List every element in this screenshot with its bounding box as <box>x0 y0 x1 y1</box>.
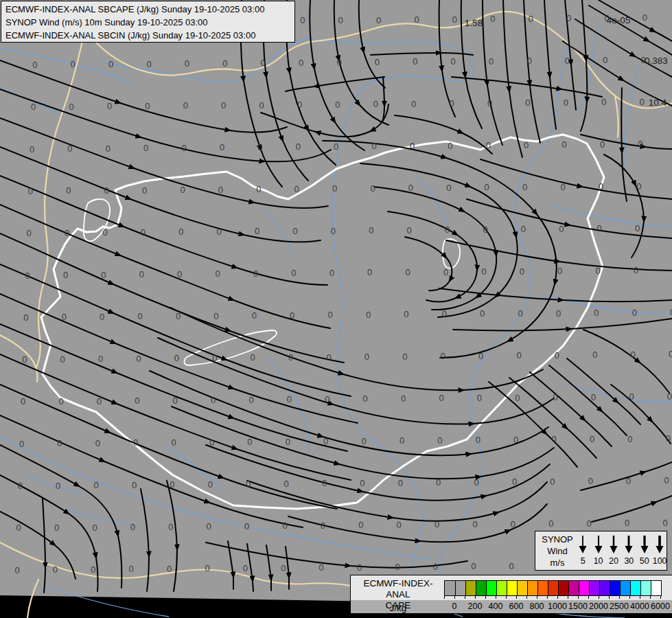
grid-value-label: 0 <box>183 100 188 111</box>
grid-value-label: 0 <box>481 266 486 277</box>
river <box>0 48 135 85</box>
down-arrow-icon <box>623 534 635 554</box>
grid-value-label: 0 <box>290 310 294 321</box>
cape-tick-mark <box>547 595 548 599</box>
grid-value-label: 0 <box>32 60 37 70</box>
grid-value-label: 0 <box>591 392 596 402</box>
river <box>0 437 432 560</box>
grid-value-label: 0 <box>319 562 324 573</box>
grid-value-label: 0 <box>398 478 403 488</box>
grid-value-label: 0 <box>529 14 533 24</box>
cape-tick-value: 1000 <box>548 602 567 611</box>
rivers-layer <box>0 26 672 618</box>
grid-value-label: 0 <box>213 311 218 321</box>
grid-value-label: 0 <box>67 144 72 154</box>
grid-value-label: 0 <box>526 56 531 66</box>
grid-value-label: 0 <box>323 436 328 446</box>
grid-value-label: 0 <box>631 350 636 360</box>
cape-tick-mark <box>588 595 589 599</box>
grid-value-label: 0 <box>452 14 457 25</box>
grid-value-label: 0 <box>286 437 290 447</box>
grid-value-label: 0 <box>58 396 63 407</box>
grid-value-label: 0 <box>108 59 113 69</box>
cape-tick-value: 200 <box>468 602 483 611</box>
down-arrow-icon <box>577 534 589 554</box>
grid-value-label: 0 <box>170 479 174 490</box>
grid-value-label: 0 <box>296 141 301 152</box>
grid-value-label: 0 <box>98 354 103 364</box>
grid-value-label: 0 <box>142 185 147 196</box>
cape-tick-value: 4000 <box>630 602 649 611</box>
wind-streamlines-layer <box>0 0 672 593</box>
grid-value-label: 0 <box>338 15 343 25</box>
wind-streamline <box>0 233 344 363</box>
grid-value-label: 0 <box>626 476 631 486</box>
hungary-border-layer <box>41 135 604 509</box>
grid-value-label: 0 <box>603 55 607 65</box>
grid-value-label: 0 <box>132 480 137 490</box>
grid-value-label: 0 <box>511 519 515 529</box>
grid-value-label: 0 <box>553 392 558 402</box>
down-arrow-head <box>594 546 602 553</box>
grid-value-label: 0 <box>413 56 417 67</box>
title-line-sbcape: ECMWF-INDEX-ANAL SBCAPE (J/kg) Sunday 19… <box>5 3 290 16</box>
grid-value-label: 0 <box>57 438 62 448</box>
cape-tick-value: 0 <box>452 602 457 611</box>
grid-value-label: 0 <box>516 350 521 360</box>
river <box>553 206 672 227</box>
wind-streamline <box>581 135 672 149</box>
cape-tick-mark <box>568 595 568 599</box>
grid-value-label: 0 <box>129 564 134 574</box>
wind-streamline <box>563 41 672 106</box>
wind-legend-source-label: SYNOP <box>540 534 575 545</box>
cape-tick-value: 2000 <box>589 602 608 611</box>
grid-value-label: 0 <box>143 143 148 153</box>
wind-streamline <box>489 382 577 467</box>
wind-arrow-row <box>575 534 667 554</box>
title-box: ECMWF-INDEX-ANAL SBCAPE (J/kg) Sunday 19… <box>1 1 295 43</box>
wind-streamline <box>439 288 672 301</box>
grid-value-label: 0 <box>664 475 669 485</box>
cape-tick-value: 2500 <box>610 602 629 611</box>
grid-value-label: 0 <box>21 396 25 407</box>
grid-value-label: 0 <box>173 396 178 406</box>
cape-color-cell <box>558 581 568 595</box>
grid-value-label: 0 <box>472 519 477 529</box>
grid-value-label: 0 <box>283 479 288 489</box>
down-arrow-head <box>640 546 648 553</box>
grid-value-label: 0 <box>666 433 671 444</box>
grid-value-label: 0 <box>92 523 97 533</box>
grid-value-label: 0 <box>366 310 371 320</box>
grid-value-label: 0 <box>642 12 647 23</box>
cape-color-cell <box>620 581 630 595</box>
grid-value-label: 0 <box>257 142 262 152</box>
wind-streamline <box>388 211 477 301</box>
grid-value-label: 0 <box>259 100 264 111</box>
grid-value-label: 0 <box>638 139 642 149</box>
grid-value-label: 0 <box>102 227 107 238</box>
cape-color-cell <box>445 581 455 595</box>
grid-value-label: 0 <box>515 393 520 403</box>
wind-speed-value: 50 <box>637 556 652 566</box>
grid-values-layer: 0000000000000000000000000000000000000000… <box>14 12 672 575</box>
grid-value-label: 0 <box>56 481 60 491</box>
grid-value-label: 0 <box>246 479 251 489</box>
cape-tick-mark <box>516 595 517 599</box>
grid-value-label: 0 <box>329 268 334 278</box>
wind-streamline <box>480 159 672 199</box>
cape-color-cell <box>507 581 517 595</box>
grid-value-label: 0 <box>560 182 565 192</box>
cape-units-label: J/kg <box>354 603 443 613</box>
grid-value-label: 0 <box>215 268 220 279</box>
grid-value-label: 0 <box>101 270 106 280</box>
grid-value-label: 0 <box>364 352 369 362</box>
river <box>578 26 599 113</box>
grid-value-label: 0 <box>360 478 364 488</box>
cape-tick-value: 800 <box>530 602 544 611</box>
grid-value-label: 0 <box>60 354 65 365</box>
grid-value-label: 0 <box>376 15 381 25</box>
grid-value-label: 0 <box>137 311 142 321</box>
grid-value-label: 0 <box>485 182 489 192</box>
cape-color-cell <box>517 581 527 595</box>
cape-tick-mark <box>557 595 558 599</box>
